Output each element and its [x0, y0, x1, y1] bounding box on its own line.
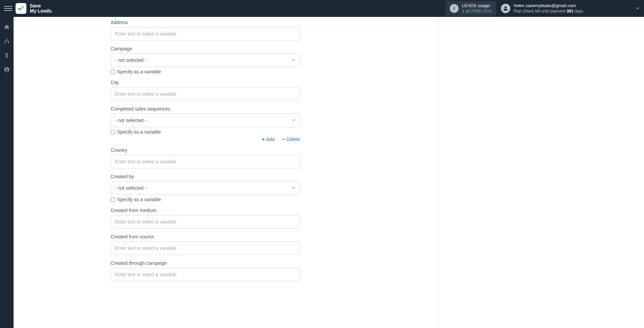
delete-button[interactable]: − Delete — [282, 137, 300, 142]
field-created-from-source: Created from source — [111, 234, 300, 255]
select-campaign-value: - not selected - — [115, 57, 147, 63]
chevron-down-icon — [291, 185, 296, 191]
specify-campaign[interactable]: Specify as a variable — [111, 69, 300, 74]
field-address: Address — [111, 20, 300, 41]
logo-line1: Save — [30, 3, 53, 8]
checkbox-completed-sales[interactable] — [111, 130, 115, 134]
specify-label: Specify as a variable — [117, 69, 161, 74]
specify-label: Specify as a variable — [117, 197, 161, 202]
label-created-from-medium: Created from medium — [111, 208, 300, 213]
specify-created-by[interactable]: Specify as a variable — [111, 197, 300, 202]
label-created-from-source: Created from source — [111, 234, 300, 239]
select-completed-sales[interactable]: - not selected - — [111, 114, 300, 127]
plan-prefix: Plan |Start| left until payment — [514, 9, 567, 14]
form-wrap: Address Campaign - not selected - Specif… — [111, 17, 300, 300]
plan-days: 381 — [567, 9, 573, 14]
specify-label: Specify as a variable — [117, 129, 161, 135]
field-created-through-campaign: Created through campaign — [111, 260, 300, 281]
input-country[interactable] — [111, 155, 300, 168]
sidebar — [0, 17, 14, 328]
info-icon: i — [450, 4, 459, 13]
usage-text: LEADS usage: 1 of 2'000 (0%) — [462, 3, 492, 14]
select-created-by-value: - not selected - — [115, 185, 147, 191]
field-campaign: Campaign - not selected - Specify as a v… — [111, 46, 300, 74]
sidebar-item-flows[interactable] — [0, 35, 14, 47]
usage-total: 2'000 — [471, 8, 481, 14]
select-campaign[interactable]: - not selected - — [111, 53, 300, 67]
input-created-from-source[interactable] — [111, 241, 300, 255]
sidebar-item-billing[interactable] — [0, 49, 14, 62]
chevron-down-icon — [291, 118, 296, 123]
app-header: Save My Leads. i LEADS usage: 1 of 2'000… — [0, 0, 644, 17]
main-area: Address Campaign - not selected - Specif… — [14, 17, 644, 328]
menu-toggle-button[interactable] — [4, 4, 12, 13]
header-right: i LEADS usage: 1 of 2'000 (0%) helen.sav… — [446, 1, 640, 16]
sidebar-item-home[interactable] — [0, 21, 14, 33]
usage-pct: (0%) — [483, 8, 492, 14]
minus-icon: − — [282, 137, 285, 142]
label-campaign: Campaign — [111, 46, 300, 51]
user-menu[interactable]: helen.savemyleads@gmail.com Plan |Start|… — [501, 3, 583, 14]
delete-label: Delete — [287, 137, 300, 142]
input-address[interactable] — [111, 27, 300, 41]
field-country: Country — [111, 147, 300, 168]
logo-text: Save My Leads. — [30, 3, 53, 14]
add-label: Add — [266, 137, 274, 142]
sidebar-item-account[interactable] — [0, 64, 14, 76]
label-created-through-campaign: Created through campaign — [111, 260, 300, 266]
usage-widget: i LEADS usage: 1 of 2'000 (0%) — [446, 1, 496, 16]
input-created-through-campaign[interactable] — [111, 268, 300, 281]
label-city: City — [111, 80, 300, 85]
svg-rect-1 — [6, 39, 7, 40]
add-button[interactable]: + Add — [262, 137, 274, 142]
usage-of: of — [466, 8, 469, 14]
content-card: Address Campaign - not selected - Specif… — [14, 17, 439, 328]
field-created-from-medium: Created from medium — [111, 208, 300, 229]
logo-line2: My Leads. — [30, 8, 53, 14]
label-created-by: Created by — [111, 174, 300, 179]
checkbox-campaign[interactable] — [111, 70, 115, 74]
select-completed-sales-value: - not selected - — [115, 118, 147, 123]
checkbox-created-by[interactable] — [111, 197, 115, 202]
svg-point-0 — [505, 6, 507, 8]
logo-icon — [16, 3, 26, 14]
user-info: helen.savemyleads@gmail.com Plan |Start|… — [514, 3, 583, 14]
user-avatar-icon — [501, 4, 510, 13]
usage-count: 1 — [462, 8, 464, 14]
svg-point-5 — [6, 68, 8, 70]
usage-title: LEADS usage: — [462, 3, 492, 8]
select-created-by[interactable]: - not selected - — [111, 181, 300, 195]
chevron-down-icon[interactable] — [635, 6, 640, 11]
add-delete-row: + Add − Delete — [111, 137, 300, 142]
svg-rect-2 — [4, 42, 5, 43]
plus-icon: + — [262, 137, 265, 142]
header-left: Save My Leads. — [4, 3, 53, 14]
chevron-down-icon — [291, 57, 296, 63]
input-created-from-medium[interactable] — [111, 215, 300, 229]
user-email: helen.savemyleads@gmail.com — [514, 3, 583, 9]
label-address: Address — [111, 20, 300, 25]
field-city: City — [111, 80, 300, 101]
field-completed-sales: Completed sales sequences - not selected… — [111, 106, 300, 142]
label-completed-sales: Completed sales sequences — [111, 106, 300, 112]
specify-completed-sales[interactable]: Specify as a variable — [111, 129, 300, 135]
field-created-by: Created by - not selected - Specify as a… — [111, 174, 300, 202]
svg-rect-3 — [8, 42, 9, 43]
label-country: Country — [111, 147, 300, 153]
user-plan: Plan |Start| left until payment 381 days — [514, 9, 583, 14]
input-city[interactable] — [111, 87, 300, 101]
plan-suffix: days — [573, 9, 583, 14]
